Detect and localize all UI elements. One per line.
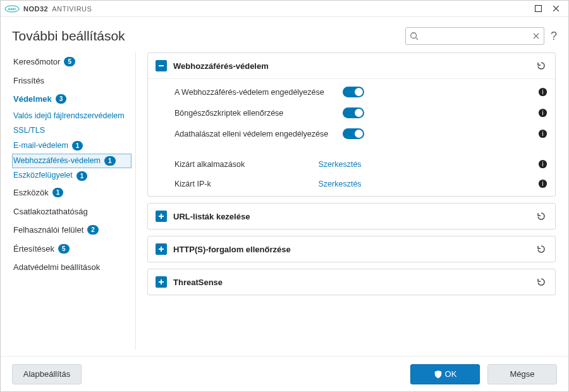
svg-text:i: i [542,89,543,95]
revert-icon [536,61,546,71]
sidebar-item-label: Csatlakoztathatóság [13,207,88,217]
sidebar-badge: 5 [58,244,70,254]
sidebar-item-notifications[interactable]: Értesítések 5 [12,240,132,259]
info-button[interactable]: i [538,129,548,138]
edit-excluded-ips-link[interactable]: Szerkesztés [319,180,388,188]
svg-rect-16 [161,214,162,219]
sidebar-item-label: Valós idejű fájlrendszervédelem [13,111,125,121]
sidebar-item-privacy[interactable]: Adatvédelmi beállítások [12,258,132,277]
sidebar-item-protections[interactable]: Védelmek 3 [12,90,132,109]
info-button[interactable]: i [538,108,548,118]
panel-title: URL-listák kezelése [173,212,529,221]
expand-icon [156,243,167,255]
setting-row: Böngészőszkriptek ellenőrzése i [148,102,555,123]
sidebar-item-label: Adatvédelmi beállítások [13,262,100,273]
sidebar-badge: 1 [72,141,83,150]
sidebar-item-label: Eszközfelügyelet [13,171,73,181]
sidebar-item-connectivity[interactable]: Csatlakoztathatóság [12,202,132,221]
sidebar-sub-realtime[interactable]: Valós idejű fájlrendszervédelem [12,109,132,124]
revert-button[interactable] [535,59,548,72]
sidebar-badge: 1 [104,156,116,166]
help-button[interactable]: ? [551,30,557,43]
setting-label: Kizárt IP-k [174,180,312,188]
panel-header-url-lists[interactable]: URL-listák kezelése [148,204,555,229]
sidebar-item-update[interactable]: Frissítés [12,71,132,90]
sidebar: Keresőmotor 5 Frissítés Védelmek 3 Valós… [12,52,136,350]
sidebar-item-tools[interactable]: Eszközök 1 [12,183,132,202]
button-label: Mégse [510,369,534,379]
setting-label: Adathalászat elleni védelem engedélyezés… [174,130,336,138]
window-close-button[interactable] [547,1,565,16]
footer: Alapbeállítás OK Mégse [1,356,568,391]
sidebar-sub-email[interactable]: E-mail-védelem 1 [12,138,132,154]
panel-body-web-access: A Webhozzáférés-védelem engedélyezése i … [148,78,555,196]
panel-url-lists: URL-listák kezelése [147,203,556,230]
panel-header-threatsense[interactable]: ThreatSense [148,269,555,295]
info-icon: i [538,129,548,138]
sidebar-item-label: Keresőmotor [13,57,60,67]
brand-name: NOD32 [23,5,48,13]
expand-icon [156,276,167,288]
window-maximize-button[interactable] [529,1,547,16]
page-title: További beállítások [12,28,125,44]
search-field[interactable] [405,27,544,45]
panel-threatsense: ThreatSense [147,269,556,295]
brand: eset NOD32 ANTIVIRUS [4,4,92,13]
panel-title: HTTP(S)-forgalom ellenőrzése [173,245,529,254]
svg-text:i: i [542,109,543,116]
cancel-button[interactable]: Mégse [487,364,557,384]
setting-label: A Webhozzáférés-védelem engedélyezése [174,88,336,97]
panel-title: Webhozzáférés-védelem [173,61,529,71]
svg-text:eset: eset [8,7,16,11]
revert-icon [536,211,546,221]
svg-rect-18 [161,247,162,252]
panel-header-https-traffic[interactable]: HTTP(S)-forgalom ellenőrzése [148,236,555,262]
panel-title: ThreatSense [173,278,529,287]
setting-row: Adathalászat elleni védelem engedélyezés… [148,123,555,144]
ok-button[interactable]: OK [410,364,480,384]
info-button[interactable]: i [538,159,548,169]
svg-rect-2 [535,6,541,12]
svg-point-3 [411,33,417,39]
sidebar-sub-webaccess[interactable]: Webhozzáférés-védelem 1 [12,154,132,169]
toggle-antiphishing[interactable] [343,128,364,139]
button-label: Alapbeállítás [23,369,70,379]
toggle-browser-scripts[interactable] [343,107,364,118]
sidebar-badge: 3 [56,94,67,104]
button-label: OK [445,369,457,379]
shield-icon [434,370,443,379]
search-icon [410,32,419,40]
edit-excluded-apps-link[interactable]: Szerkesztés [319,160,388,169]
panel-header-web-access[interactable]: Webhozzáférés-védelem [148,53,555,78]
clear-search-icon[interactable] [532,32,540,40]
setting-row: Kizárt alkalmazások Szerkesztés i [148,154,555,174]
sidebar-sub-ssl[interactable]: SSL/TLS [12,123,132,138]
sidebar-item-label: Értesítések [13,244,54,254]
revert-button[interactable] [535,243,548,255]
revert-button[interactable] [535,210,548,223]
titlebar: eset NOD32 ANTIVIRUS [1,1,568,17]
sidebar-item-detection-engine[interactable]: Keresőmotor 5 [12,52,132,71]
revert-icon [536,277,546,287]
svg-text:i: i [542,180,543,187]
sidebar-sub-device[interactable]: Eszközfelügyelet 1 [12,168,132,183]
brand-rest: ANTIVIRUS [52,5,92,13]
sidebar-item-label: Védelmek [13,94,52,104]
sidebar-badge: 2 [87,225,99,235]
revert-button[interactable] [535,276,548,288]
svg-rect-4 [159,65,164,66]
sidebar-item-ui[interactable]: Felhasználói felület 2 [12,221,132,240]
sidebar-badge: 5 [64,57,75,66]
default-settings-button[interactable]: Alapbeállítás [12,364,82,384]
svg-text:i: i [542,161,543,168]
info-icon: i [538,87,548,97]
toggle-enable-web-protection[interactable] [343,87,364,97]
close-icon [553,5,560,12]
search-input[interactable] [419,32,532,40]
info-button[interactable]: i [538,179,548,188]
info-button[interactable]: i [538,87,548,97]
setting-label: Kizárt alkalmazások [174,160,312,169]
sidebar-item-label: Eszközök [13,188,49,198]
info-icon: i [538,159,548,169]
setting-row: A Webhozzáférés-védelem engedélyezése i [148,82,555,102]
